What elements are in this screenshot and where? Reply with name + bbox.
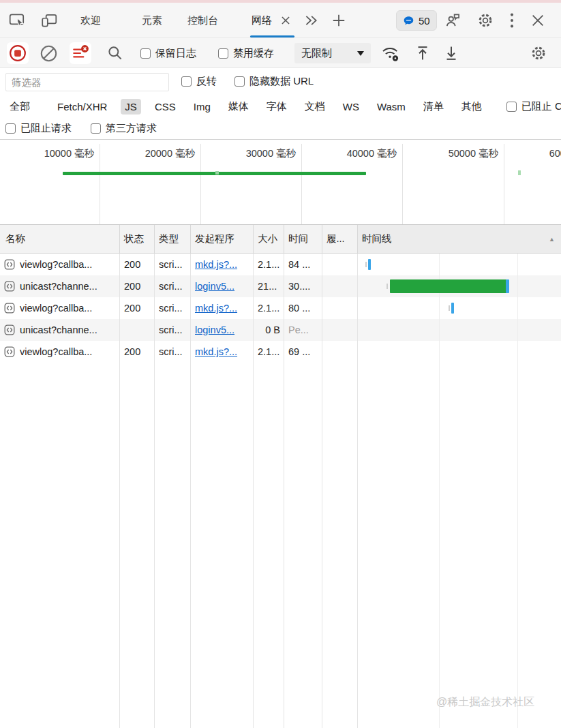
waterfall-end-tick <box>506 279 509 293</box>
initiator-link[interactable]: mkd.js?... <box>195 303 237 314</box>
cell-time: Pe... <box>284 319 322 341</box>
blocked-requests-checkbox[interactable]: 已阻止请求 <box>5 122 72 135</box>
cell-initiator: mkd.js?... <box>191 341 254 363</box>
initiator-link[interactable]: mkd.js?... <box>195 346 237 357</box>
device-emulation-icon[interactable] <box>40 3 59 38</box>
request-time: 69 ... <box>288 346 310 357</box>
cell-timeline <box>358 254 561 275</box>
tab-network-close-icon[interactable] <box>279 3 292 38</box>
filter-input[interactable] <box>5 73 169 91</box>
network-settings-gear-icon[interactable] <box>530 38 547 68</box>
type-chip-js[interactable]: JS <box>121 99 141 115</box>
table-row[interactable]: unicast?channe...scri...loginv5...0 BPe.… <box>0 319 561 341</box>
initiator-link[interactable]: loginv5... <box>195 324 234 335</box>
column-header-fulfilled[interactable]: 履... <box>322 225 358 253</box>
feedback-count-badge[interactable]: 50 <box>396 3 437 38</box>
type-chip--[interactable]: 全部 <box>5 98 34 115</box>
network-overview[interactable]: 10000 毫秒20000 毫秒30000 毫秒40000 毫秒50000 毫秒… <box>0 140 561 225</box>
disable-cache-checkbox[interactable]: 禁用缓存 <box>218 38 274 68</box>
tab-network[interactable]: 网络 <box>252 3 272 38</box>
type-chip-fetch-xhr[interactable]: Fetch/XHR <box>53 99 111 115</box>
checkbox-box <box>181 76 192 87</box>
export-har-icon[interactable] <box>442 38 460 68</box>
column-header-status[interactable]: 状态 <box>120 225 155 253</box>
type-chip--[interactable]: 其他 <box>457 98 486 115</box>
hide-data-urls-label: 隐藏数据 URL <box>249 75 314 88</box>
more-options-icon[interactable] <box>509 3 515 38</box>
column-header-time[interactable]: 时间 <box>284 225 322 253</box>
overview-request-bar <box>63 172 366 175</box>
waterfall-bar <box>390 279 507 293</box>
preserve-log-checkbox[interactable]: 保留日志 <box>140 38 196 68</box>
cell-size: 2.1... <box>254 297 284 319</box>
cell-status: 200 <box>120 297 155 319</box>
cell-type: scri... <box>155 297 191 319</box>
overview-request-tick <box>215 171 219 175</box>
cell-name: viewlog?callba... <box>0 254 120 275</box>
tab-welcome[interactable]: 欢迎 <box>80 3 101 38</box>
waterfall-gray-tick <box>365 262 367 267</box>
table-row[interactable]: viewlog?callba...200scri...mkd.js?...2.1… <box>0 297 561 319</box>
network-conditions-icon[interactable] <box>380 38 401 68</box>
filter-toggle-button[interactable] <box>70 38 91 68</box>
blocked-cookies-checkbox[interactable]: 已阻止 Cookie <box>506 100 561 113</box>
throttling-select[interactable]: 无限制 <box>294 38 371 68</box>
column-header-size[interactable]: 大小 <box>254 225 284 253</box>
column-header-timeline[interactable]: 时间线 <box>358 225 561 253</box>
type-chip--[interactable]: 清单 <box>419 98 448 115</box>
cell-fulfilled <box>322 297 358 319</box>
devtools-tabbar: 欢迎 元素 控制台 网络 50 <box>0 3 561 38</box>
cell-initiator: loginv5... <box>191 319 254 341</box>
column-header-name[interactable]: 名称 <box>0 225 120 253</box>
filter-row: 反转 隐藏数据 URL <box>0 68 561 95</box>
sort-ascending-icon[interactable]: ▲ <box>549 236 555 243</box>
cell-name: viewlog?callba... <box>0 297 120 319</box>
initiator-link[interactable]: loginv5... <box>195 281 234 292</box>
type-chip--[interactable]: 文档 <box>301 98 329 115</box>
column-header-type[interactable]: 类型 <box>155 225 191 253</box>
type-chip-img[interactable]: Img <box>189 99 215 115</box>
disable-cache-label: 禁用缓存 <box>233 47 274 60</box>
type-chip-ws[interactable]: WS <box>339 99 363 115</box>
search-icon[interactable] <box>106 38 124 68</box>
third-party-checkbox[interactable]: 第三方请求 <box>91 122 157 135</box>
initiator-link[interactable]: mkd.js?... <box>195 259 237 270</box>
more-tabs-icon[interactable] <box>303 3 318 38</box>
import-har-icon[interactable] <box>414 38 431 68</box>
type-chip-css[interactable]: CSS <box>151 99 180 115</box>
overview-request-tick <box>518 170 521 175</box>
inspect-element-icon[interactable] <box>8 3 26 38</box>
cell-timeline <box>358 319 561 341</box>
cell-time: 69 ... <box>284 341 322 363</box>
script-file-icon <box>4 259 15 270</box>
cell-type: scri... <box>155 341 191 363</box>
filter-icon <box>72 44 89 62</box>
type-chip-wasm[interactable]: Wasm <box>373 99 410 115</box>
type-chip--[interactable]: 媒体 <box>224 98 253 115</box>
invert-checkbox[interactable]: 反转 <box>181 75 217 88</box>
waterfall-tick <box>368 259 371 270</box>
table-row[interactable]: viewlog?callba...200scri...mkd.js?...2.1… <box>0 254 561 275</box>
close-devtools-icon[interactable] <box>530 3 545 38</box>
tab-console[interactable]: 控制台 <box>187 3 218 38</box>
request-time: 84 ... <box>288 259 310 270</box>
add-tab-icon[interactable] <box>331 3 346 38</box>
cell-name: unicast?channe... <box>0 319 120 341</box>
clear-network-log-icon[interactable] <box>40 38 58 68</box>
hide-data-urls-checkbox[interactable]: 隐藏数据 URL <box>234 75 314 88</box>
cell-type: scri... <box>155 275 191 297</box>
tab-elements[interactable]: 元素 <box>142 3 162 38</box>
script-file-icon <box>4 281 15 292</box>
request-time: 30.... <box>288 281 310 292</box>
table-row[interactable]: viewlog?callba...200scri...mkd.js?...2.1… <box>0 341 561 363</box>
column-header-initiator[interactable]: 发起程序 <box>191 225 254 253</box>
third-party-label: 第三方请求 <box>106 122 157 135</box>
record-button[interactable] <box>7 38 29 68</box>
table-row[interactable]: unicast?channe...200scri...loginv5...21.… <box>0 275 561 297</box>
settings-gear-icon[interactable] <box>477 3 494 38</box>
type-chip--[interactable]: 字体 <box>262 98 291 115</box>
script-file-icon <box>4 303 15 314</box>
cell-timeline <box>358 297 561 319</box>
send-feedback-icon[interactable] <box>444 3 462 38</box>
request-name: viewlog?callba... <box>20 259 92 270</box>
